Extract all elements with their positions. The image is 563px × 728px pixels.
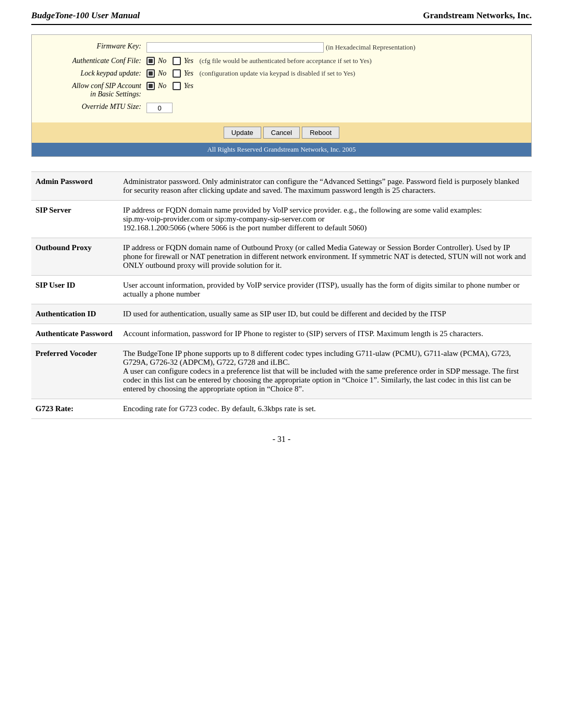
table-row: Admin PasswordAdministrator password. On… <box>31 172 532 201</box>
allow-conf-no-radio[interactable] <box>146 82 155 90</box>
definition-cell: Administrator password. Only administrat… <box>119 172 532 201</box>
table-row: Outbound ProxyIP address or FQDN domain … <box>31 238 532 276</box>
firmware-key-value: (in Hexadecimal Representation) <box>146 42 415 53</box>
header-left: BudgeTone-100 User Manual <box>31 10 140 21</box>
definition-cell: IP address or FQDN domain name provided … <box>119 201 532 238</box>
allow-conf-label: Allow conf SIP Account in Basic Settings… <box>42 82 146 98</box>
table-row: Authenticate PasswordAccount information… <box>31 324 532 344</box>
auth-conf-value: No Yes (cfg file would be authenticated … <box>146 57 372 65</box>
page-number: - 31 - <box>31 435 532 444</box>
lock-keypad-no-radio[interactable] <box>146 69 155 78</box>
auth-conf-no-label: No <box>158 57 166 65</box>
lock-keypad-yes-label: Yes <box>184 69 193 78</box>
term-cell: SIP Server <box>31 201 119 238</box>
term-cell: Outbound Proxy <box>31 238 119 276</box>
firmware-key-row: Firmware Key: (in Hexadecimal Representa… <box>42 42 521 53</box>
lock-keypad-no-label: No <box>158 69 166 78</box>
lock-keypad-desc: (configuration update via keypad is disa… <box>200 69 356 78</box>
allow-conf-row: Allow conf SIP Account in Basic Settings… <box>42 82 521 98</box>
definition-cell: ID used for authentication, usually same… <box>119 304 532 324</box>
page-header: BudgeTone-100 User Manual Grandstream Ne… <box>31 10 532 25</box>
description-table: Admin PasswordAdministrator password. On… <box>31 171 532 419</box>
term-cell: Authentication ID <box>31 304 119 324</box>
auth-conf-row: Authenticate Conf File: No Yes (cfg file… <box>42 57 521 65</box>
firmware-key-hint: (in Hexadecimal Representation) <box>326 43 415 52</box>
table-row: Authentication IDID used for authenticat… <box>31 304 532 324</box>
term-cell: Preferred Vocoder <box>31 344 119 399</box>
definition-cell: Account information, password for IP Pho… <box>119 324 532 344</box>
update-button[interactable]: Update <box>224 127 261 139</box>
allow-conf-value: No Yes <box>146 82 193 90</box>
config-buttons: Update Cancel Reboot <box>32 122 531 143</box>
term-cell: SIP User ID <box>31 276 119 304</box>
definition-cell: The BudgeTone IP phone supports up to 8 … <box>119 344 532 399</box>
auth-conf-label: Authenticate Conf File: <box>42 57 146 65</box>
table-row: Preferred VocoderThe BudgeTone IP phone … <box>31 344 532 399</box>
mtu-label: Override MTU Size: <box>42 103 146 111</box>
firmware-key-input[interactable] <box>146 42 324 53</box>
term-cell: Admin Password <box>31 172 119 201</box>
table-row: SIP ServerIP address or FQDN domain name… <box>31 201 532 238</box>
mtu-input[interactable] <box>146 103 173 113</box>
page-number-text: - 31 - <box>273 435 291 443</box>
auth-conf-yes-radio[interactable] <box>173 57 181 65</box>
lock-keypad-value: No Yes (configuration update via keypad … <box>146 69 355 78</box>
auth-conf-yes-label: Yes <box>184 57 193 65</box>
firmware-key-label: Firmware Key: <box>42 42 146 51</box>
config-footer: All Rights Reserved Grandstream Networks… <box>32 143 531 156</box>
mtu-row: Override MTU Size: <box>42 103 521 113</box>
mtu-value <box>146 103 173 113</box>
header-right: Grandstream Networks, Inc. <box>423 10 532 21</box>
definition-cell: Encoding rate for G723 codec. By default… <box>119 399 532 419</box>
table-row: SIP User IDUser account information, pro… <box>31 276 532 304</box>
allow-conf-yes-radio[interactable] <box>173 82 181 90</box>
table-row: G723 Rate:Encoding rate for G723 codec. … <box>31 399 532 419</box>
lock-keypad-row: Lock keypad update: No Yes (configuratio… <box>42 69 521 78</box>
lock-keypad-label: Lock keypad update: <box>42 69 146 78</box>
allow-conf-no-label: No <box>158 82 166 90</box>
auth-conf-desc: (cfg file would be authenticated before … <box>200 57 372 65</box>
cancel-button[interactable]: Cancel <box>263 127 300 139</box>
definition-cell: User account information, provided by Vo… <box>119 276 532 304</box>
lock-keypad-yes-radio[interactable] <box>173 69 181 78</box>
term-cell: Authenticate Password <box>31 324 119 344</box>
footer-text: All Rights Reserved Grandstream Networks… <box>207 145 356 153</box>
reboot-button[interactable]: Reboot <box>302 127 339 139</box>
auth-conf-no-radio[interactable] <box>146 57 155 65</box>
allow-conf-yes-label: Yes <box>184 82 193 90</box>
config-inner: Firmware Key: (in Hexadecimal Representa… <box>32 35 531 122</box>
config-box: Firmware Key: (in Hexadecimal Representa… <box>31 34 532 157</box>
term-cell: G723 Rate: <box>31 399 119 419</box>
definition-cell: IP address or FQDN domain name of Outbou… <box>119 238 532 276</box>
